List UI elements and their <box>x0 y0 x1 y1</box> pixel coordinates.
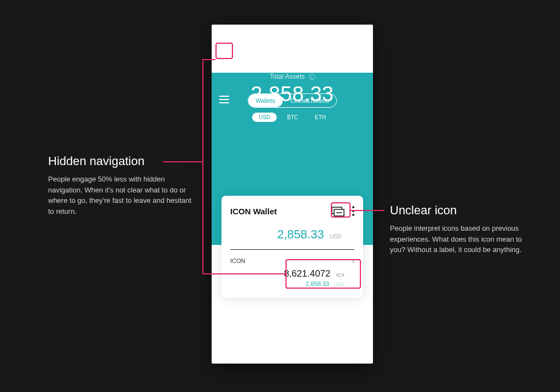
annotation-left-title: Hidden navigation <box>48 154 196 168</box>
coin-amount-symbol: ICX <box>336 272 345 278</box>
phone-mockup: Wallets Coins&Tokens Total Assets i 2,85… <box>212 25 373 364</box>
annotation-left-body: People engage 50% less with hidden navig… <box>48 174 196 217</box>
more-icon[interactable] <box>352 206 354 216</box>
hamburger-menu-icon[interactable] <box>219 96 231 106</box>
segment-toggle[interactable]: Wallets Coins&Tokens <box>248 93 337 108</box>
tab-wallets[interactable]: Wallets <box>248 94 283 107</box>
wallet-card-header: ICON Wallet <box>221 196 363 224</box>
wallet-card: ICON Wallet 2,858.33 USD ICON › 8,6 <box>221 196 363 298</box>
currency-selector: USD BTC ETH <box>212 113 373 122</box>
swap-icon[interactable] <box>331 206 345 217</box>
connector-line <box>202 59 203 274</box>
info-icon[interactable]: i <box>309 74 315 80</box>
currency-usd[interactable]: USD <box>252 113 277 122</box>
wallet-card-balance: 2,858.33 USD <box>230 224 354 250</box>
currency-eth[interactable]: ETH <box>308 113 332 122</box>
coin-fiat: 2,858.33 <box>306 280 329 287</box>
tab-coins-tokens[interactable]: Coins&Tokens <box>283 94 336 107</box>
coin-name: ICON <box>230 258 352 265</box>
annotation-unclear-icon: Unclear icon People interpret icons base… <box>390 203 538 255</box>
coin-fiat-symbol: USD <box>334 282 345 287</box>
annotation-right-title: Unclear icon <box>390 203 538 218</box>
balance-value: 2,858.33 <box>277 227 324 241</box>
currency-btc[interactable]: BTC <box>281 113 305 122</box>
annotation-right-body: People interpret icons based on previous… <box>390 223 538 255</box>
coin-amount: 8,621.4072 <box>284 268 330 279</box>
chevron-right-icon: › <box>352 258 354 265</box>
annotation-hidden-navigation: Hidden navigation People engage 50% less… <box>48 154 196 217</box>
wallet-card-title: ICON Wallet <box>230 207 331 216</box>
total-assets-label: Total Assets i <box>212 73 373 80</box>
balance-symbol: USD <box>330 233 341 239</box>
coin-row[interactable]: ICON › 8,621.4072 ICX 2,858.33 USD <box>221 250 363 298</box>
